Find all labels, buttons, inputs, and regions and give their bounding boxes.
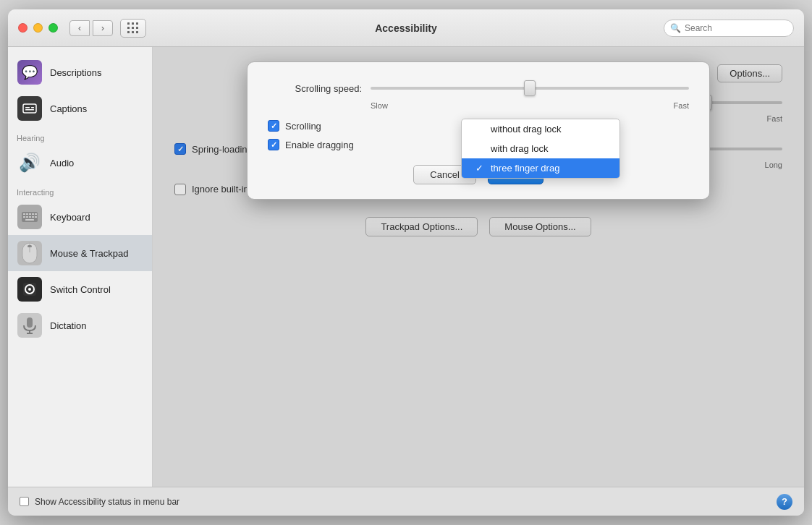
sidebar-item-label-captions: Captions bbox=[50, 103, 87, 114]
svg-rect-3 bbox=[31, 107, 34, 108]
search-bar[interactable]: 🔍 bbox=[664, 20, 794, 37]
nav-buttons: ‹ › bbox=[69, 20, 113, 36]
back-button[interactable]: ‹ bbox=[69, 20, 90, 36]
svg-rect-6 bbox=[26, 213, 28, 215]
minimize-button[interactable] bbox=[33, 23, 43, 33]
sidebar: 💬 Descriptions Captions bbox=[8, 47, 153, 487]
modal-slider-wrap bbox=[371, 80, 689, 97]
svg-rect-5 bbox=[23, 213, 25, 215]
modal-overlay: Scrolling speed: Slow Fast Scrolling bbox=[153, 47, 804, 487]
main-window: ‹ › Accessibility 🔍 💬 Descriptions bbox=[8, 9, 804, 516]
grid-dots-icon bbox=[127, 22, 139, 34]
svg-rect-22 bbox=[27, 317, 33, 328]
dictation-icon bbox=[17, 312, 43, 338]
show-accessibility-label: Show Accessibility status in menu bar bbox=[35, 497, 179, 507]
status-bar-content: Show Accessibility status in menu bar bbox=[20, 497, 179, 507]
titlebar: ‹ › Accessibility 🔍 bbox=[8, 9, 804, 47]
main-panel: controlled using Options... Fast bbox=[153, 47, 804, 487]
modal-scrolling-speed-label: Scrolling speed: bbox=[268, 83, 362, 94]
svg-rect-11 bbox=[26, 216, 28, 218]
sidebar-item-label-audio: Audio bbox=[50, 158, 74, 168]
captions-icon bbox=[17, 95, 43, 121]
sidebar-item-dictation[interactable]: Dictation bbox=[8, 307, 152, 343]
dropdown-label-1: without drag lock bbox=[491, 124, 562, 135]
svg-rect-13 bbox=[32, 216, 34, 218]
modal-dialog: Scrolling speed: Slow Fast Scrolling bbox=[247, 61, 710, 200]
modal-scrolling-speed-row: Scrolling speed: bbox=[268, 80, 689, 97]
svg-rect-14 bbox=[35, 216, 37, 218]
svg-rect-15 bbox=[25, 219, 34, 221]
dropdown-check-3: ✓ bbox=[473, 163, 485, 174]
sidebar-item-mouse-trackpad[interactable]: Mouse & Trackpad bbox=[8, 235, 152, 271]
svg-rect-0 bbox=[23, 104, 36, 113]
sidebar-item-label-mouse-trackpad: Mouse & Trackpad bbox=[50, 248, 128, 259]
modal-scrolling-checkbox[interactable] bbox=[268, 120, 279, 132]
sidebar-item-label-descriptions: Descriptions bbox=[50, 67, 102, 78]
sidebar-item-keyboard[interactable]: Keyboard bbox=[8, 199, 152, 235]
svg-point-21 bbox=[28, 288, 31, 291]
keyboard-icon bbox=[17, 204, 43, 230]
sidebar-item-label-switch-control: Switch Control bbox=[50, 284, 111, 295]
dropdown-item-without-drag-lock[interactable]: without drag lock bbox=[462, 119, 619, 139]
modal-enable-dragging-checkbox[interactable] bbox=[268, 139, 279, 150]
dropdown-label-2: with drag lock bbox=[491, 143, 548, 154]
section-label-hearing: Hearing bbox=[8, 127, 152, 145]
sidebar-item-descriptions[interactable]: 💬 Descriptions bbox=[8, 54, 152, 90]
maximize-button[interactable] bbox=[48, 23, 58, 33]
grid-view-button[interactable] bbox=[120, 19, 146, 38]
sidebar-item-captions[interactable]: Captions bbox=[8, 90, 152, 127]
status-checkbox[interactable] bbox=[20, 497, 29, 506]
dragging-dropdown-popup[interactable]: without drag lock with drag lock ✓ three… bbox=[461, 119, 620, 179]
search-icon: 🔍 bbox=[670, 23, 681, 33]
search-input[interactable] bbox=[685, 23, 787, 33]
svg-rect-7 bbox=[29, 213, 31, 215]
svg-rect-1 bbox=[25, 107, 30, 108]
section-label-interacting: Interacting bbox=[8, 181, 152, 199]
descriptions-icon: 💬 bbox=[17, 59, 43, 85]
switch-control-icon bbox=[17, 276, 43, 302]
close-button[interactable] bbox=[18, 23, 28, 33]
sidebar-item-audio[interactable]: 🔊 Audio bbox=[8, 145, 152, 181]
modal-slider-thumb[interactable] bbox=[524, 80, 536, 96]
dropdown-item-three-finger-drag[interactable]: ✓ three finger drag bbox=[462, 158, 619, 178]
svg-rect-9 bbox=[35, 213, 37, 215]
help-button[interactable]: ? bbox=[777, 494, 792, 510]
status-bar: Show Accessibility status in menu bar ? bbox=[8, 487, 804, 516]
forward-button[interactable]: › bbox=[93, 20, 113, 36]
content-area: 💬 Descriptions Captions bbox=[8, 47, 804, 487]
mouse-trackpad-icon bbox=[17, 240, 43, 266]
sidebar-item-label-dictation: Dictation bbox=[50, 320, 87, 331]
dropdown-item-with-drag-lock[interactable]: with drag lock bbox=[462, 139, 619, 158]
window-title: Accessibility bbox=[375, 22, 437, 34]
svg-rect-10 bbox=[23, 216, 25, 218]
svg-rect-8 bbox=[32, 213, 34, 215]
sidebar-item-label-keyboard: Keyboard bbox=[50, 212, 90, 223]
modal-slow-label: Slow bbox=[371, 101, 388, 110]
traffic-lights bbox=[18, 23, 58, 33]
audio-icon: 🔊 bbox=[17, 150, 43, 176]
sidebar-item-switch-control[interactable]: Switch Control bbox=[8, 271, 152, 307]
svg-rect-12 bbox=[29, 216, 31, 218]
svg-rect-2 bbox=[25, 109, 34, 111]
modal-scrolling-label: Scrolling bbox=[285, 121, 321, 132]
modal-fast-label: Fast bbox=[674, 101, 689, 110]
dropdown-label-3: three finger drag bbox=[491, 163, 559, 174]
modal-enable-dragging-label: Enable dragging bbox=[285, 140, 354, 150]
svg-rect-18 bbox=[28, 245, 32, 247]
modal-speed-labels: Slow Fast bbox=[371, 101, 689, 110]
